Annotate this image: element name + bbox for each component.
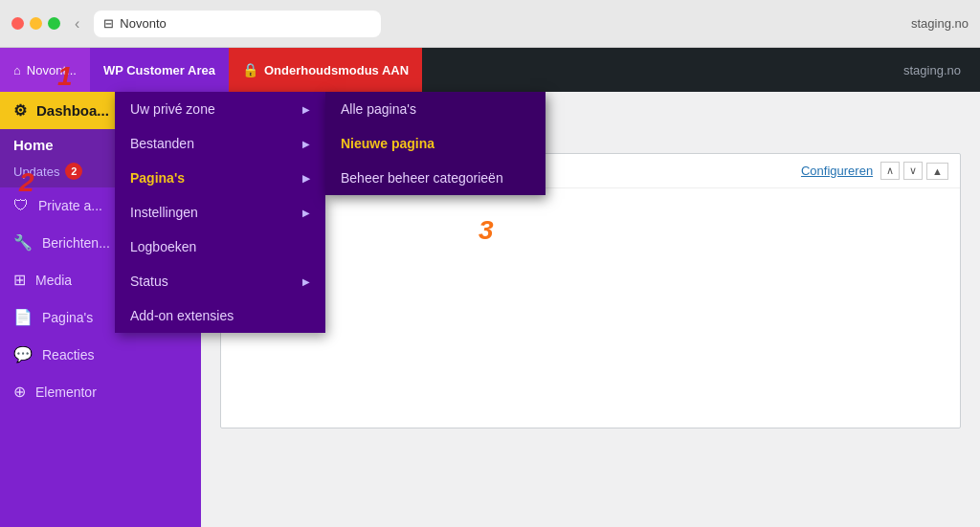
- address-bar[interactable]: ⊟ Novonto: [94, 11, 381, 37]
- paginas-label: Pagina's: [42, 310, 93, 325]
- url-display: staging.no: [911, 16, 969, 31]
- admin-bar: ⌂ Novont... WP Customer Area 🔒 Onderhoud…: [0, 48, 980, 92]
- maximize-button[interactable]: [48, 17, 60, 30]
- elementor-label: Elementor: [35, 384, 97, 400]
- dropdown-item-paginas[interactable]: Pagina's ▶: [115, 161, 325, 195]
- updates-text: Updates: [13, 165, 59, 179]
- wp-icon: ⌂: [13, 63, 21, 77]
- sub-dropdown-menu: Alle pagina's Nieuwe pagina Beheer behee…: [325, 92, 546, 195]
- configure-link[interactable]: Configureren: [801, 164, 873, 178]
- shield-icon: 🛡: [13, 197, 29, 214]
- sort-collapse-button[interactable]: ▲: [926, 163, 948, 180]
- bestanden-label: Bestanden: [130, 136, 194, 151]
- addon-label: Add-on extensies: [130, 308, 234, 323]
- beheer-label: Beheer beheer categorieën: [341, 170, 503, 186]
- wp-customer-label: WP Customer Area: [103, 63, 215, 77]
- sub-item-alle-paginas[interactable]: Alle pagina's: [325, 92, 546, 126]
- dropdown-item-prive[interactable]: Uw privé zone ▶: [115, 92, 325, 126]
- admin-bar-wp-customer[interactable]: WP Customer Area: [90, 48, 229, 92]
- updates-label: Updates 2: [13, 163, 82, 180]
- sidebar-item-reacties[interactable]: 💬 Reacties: [0, 336, 201, 373]
- admin-bar-novonto[interactable]: ⌂ Novont...: [0, 48, 90, 92]
- nieuwe-pagina-label: Nieuwe pagina: [341, 136, 434, 151]
- traffic-lights: [11, 17, 60, 30]
- home-label: Home: [13, 137, 54, 153]
- dropdown-item-status[interactable]: Status ▶: [115, 264, 325, 298]
- chevron-right-icon: ▶: [302, 139, 310, 149]
- dropdown-item-instellingen[interactable]: Instellingen ▶: [115, 195, 325, 230]
- maintenance-label: Onderhoudsmodus AAN: [264, 63, 409, 77]
- updates-badge: 2: [65, 163, 82, 180]
- dashboard-label: Dashboa...: [36, 102, 109, 119]
- logboeken-label: Logboeken: [130, 239, 196, 254]
- status-label: Status: [130, 274, 168, 289]
- dropdown-item-logboeken[interactable]: Logboeken: [115, 230, 325, 264]
- tab-title: Novonto: [120, 16, 166, 31]
- minimize-button[interactable]: [30, 17, 42, 30]
- private-label: Private a...: [38, 198, 102, 213]
- instellingen-label: Instellingen: [130, 205, 198, 220]
- berichten-label: Berichten...: [42, 235, 110, 251]
- browser-chrome: ‹ ⊟ Novonto staging.no: [0, 0, 980, 48]
- chevron-right-icon: ▶: [302, 208, 310, 218]
- url-right: staging.no: [903, 63, 980, 77]
- dropdown-item-bestanden[interactable]: Bestanden ▶: [115, 126, 325, 161]
- reacties-label: Reacties: [42, 347, 94, 362]
- comments-icon: 💬: [13, 345, 33, 363]
- lock-icon: 🔒: [242, 62, 258, 77]
- sort-controls: ∧ ∨ ▲: [880, 162, 948, 180]
- pages-icon: 📄: [13, 308, 33, 326]
- media-label: Media: [35, 273, 72, 288]
- chevron-right-icon: ▶: [302, 173, 310, 184]
- admin-bar-maintenance[interactable]: 🔒 Onderhoudsmodus AAN: [229, 48, 422, 92]
- close-button[interactable]: [11, 17, 24, 30]
- elementor-icon: ⊕: [13, 383, 26, 401]
- chevron-right-icon: ▶: [302, 276, 310, 287]
- tab-icon: ⊟: [103, 16, 114, 31]
- prive-label: Uw privé zone: [130, 101, 215, 117]
- dropdown-menu: Uw privé zone ▶ Bestanden ▶ Pagina's ▶ I…: [115, 92, 325, 333]
- sub-item-beheer[interactable]: Beheer beheer categorieën: [325, 161, 546, 195]
- alle-paginas-label: Alle pagina's: [341, 101, 416, 117]
- media-icon: ⊞: [13, 271, 26, 289]
- dashboard-icon: ⚙: [13, 101, 27, 120]
- sub-item-nieuwe-pagina[interactable]: Nieuwe pagina: [325, 126, 546, 161]
- content-box-body: [221, 188, 960, 428]
- novonto-label: Novont...: [27, 63, 77, 77]
- sidebar-item-elementor[interactable]: ⊕ Elementor: [0, 373, 201, 410]
- sort-down-button[interactable]: ∨: [903, 162, 923, 180]
- wrench-icon: 🔧: [13, 233, 33, 252]
- chevron-right-icon: ▶: [302, 104, 310, 115]
- paginas-label: Pagina's: [130, 170, 185, 186]
- sort-up-button[interactable]: ∧: [880, 162, 900, 180]
- back-button[interactable]: ‹: [70, 13, 84, 34]
- dropdown-item-addon[interactable]: Add-on extensies: [115, 298, 325, 333]
